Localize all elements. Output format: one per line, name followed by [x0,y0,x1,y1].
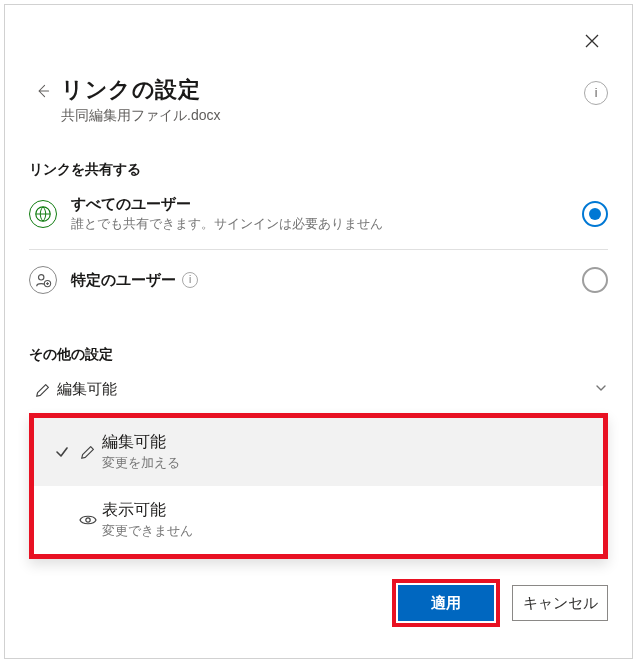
option-text: 編集可能 変更を加える [102,432,587,472]
info-button[interactable]: i [584,81,608,105]
chevron-down-icon [594,381,608,399]
link-settings-dialog: リンクの設定 共同編集用ファイル.docx i リンクを共有する すべてのユーザ… [4,4,633,659]
scope-option-anyone[interactable]: すべてのユーザー 誰とでも共有できます。サインインは必要ありません [29,179,608,249]
info-icon: i [595,87,598,99]
dialog-footer: 適用 キャンセル [29,579,608,627]
scope-option-specific[interactable]: 特定のユーザー i [29,250,608,310]
scope-text: すべてのユーザー 誰とでも共有できます。サインインは必要ありません [71,195,582,233]
radio-specific[interactable] [582,267,608,293]
cancel-button[interactable]: キャンセル [512,585,608,621]
permission-option-edit[interactable]: 編集可能 変更を加える [34,418,603,486]
svg-point-1 [39,275,44,280]
permission-dropdown-highlight: 編集可能 変更を加える 表示可能 変更できません [29,413,608,559]
close-row [29,25,608,57]
scope-anyone-title: すべてのユーザー [71,195,582,214]
svg-point-3 [86,518,90,522]
radio-anyone[interactable] [582,201,608,227]
option-edit-desc: 変更を加える [102,454,587,472]
permission-option-view[interactable]: 表示可能 変更できません [34,486,603,554]
permission-dropdown-trigger[interactable]: 編集可能 [29,370,608,409]
info-icon[interactable]: i [182,272,198,288]
title-block: リンクの設定 共同編集用ファイル.docx [61,75,584,125]
option-text: 表示可能 変更できません [102,500,587,540]
people-add-icon [29,266,57,294]
close-icon [584,33,600,49]
eye-icon [74,510,102,530]
option-view-title: 表示可能 [102,500,587,521]
pencil-icon [74,443,102,461]
scope-specific-row: 特定のユーザー i [71,271,582,290]
apply-highlight: 適用 [392,579,500,627]
scope-specific-title: 特定のユーザー [71,271,176,290]
dialog-header: リンクの設定 共同編集用ファイル.docx i [29,75,608,125]
scope-anyone-desc: 誰とでも共有できます。サインインは必要ありません [71,215,582,233]
close-button[interactable] [576,25,608,57]
arrow-left-icon [35,81,51,101]
section-other-label: その他の設定 [29,346,608,364]
back-button[interactable] [29,77,57,105]
option-edit-title: 編集可能 [102,432,587,453]
section-share-label: リンクを共有する [29,161,608,179]
scope-text: 特定のユーザー i [71,271,582,290]
pencil-icon [29,381,57,399]
check-icon [50,445,74,459]
option-view-desc: 変更できません [102,522,587,540]
dialog-title: リンクの設定 [61,75,584,105]
globe-icon [29,200,57,228]
apply-button[interactable]: 適用 [398,585,494,621]
permission-current: 編集可能 [57,380,594,399]
dialog-subtitle: 共同編集用ファイル.docx [61,107,584,125]
